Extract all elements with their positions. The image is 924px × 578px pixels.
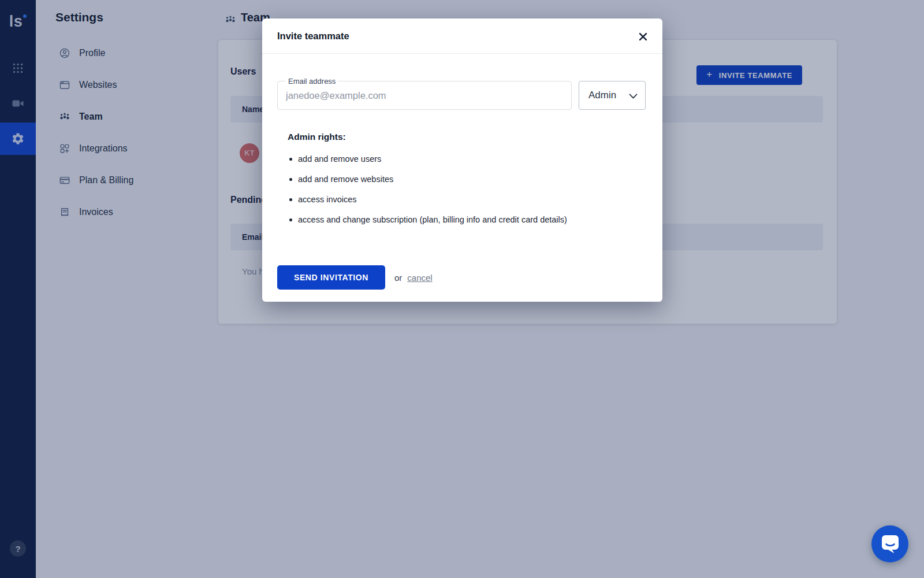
close-button[interactable] (635, 28, 651, 45)
chat-launcher-button[interactable] (871, 525, 908, 562)
modal-title: Invite teammate (277, 31, 349, 42)
role-select-value: Admin (588, 90, 616, 101)
modal-actions: SEND INVITATION or cancel (277, 265, 433, 290)
modal-header: Invite teammate (262, 18, 662, 54)
chevron-down-icon (629, 94, 638, 99)
email-field-wrapper: Email address (277, 81, 572, 110)
role-select[interactable]: Admin (579, 81, 646, 110)
cancel-link[interactable]: cancel (407, 273, 432, 283)
admin-right-item: add and remove users (288, 154, 646, 164)
send-invitation-button[interactable]: SEND INVITATION (277, 265, 385, 290)
or-text: or (394, 273, 402, 283)
admin-right-item: access invoices (288, 195, 646, 204)
admin-right-item: access and change subscription (plan, bi… (288, 215, 646, 224)
email-input[interactable] (278, 81, 571, 109)
email-field-label: Email address (285, 77, 338, 86)
admin-rights-list: add and remove users add and remove webs… (288, 154, 646, 235)
close-icon (639, 32, 647, 41)
admin-right-item: add and remove websites (288, 175, 646, 184)
invite-teammate-modal: Invite teammate Email address Admin Admi… (262, 18, 662, 302)
chat-bubble-icon (871, 525, 908, 562)
admin-rights-heading: Admin rights: (288, 132, 346, 142)
